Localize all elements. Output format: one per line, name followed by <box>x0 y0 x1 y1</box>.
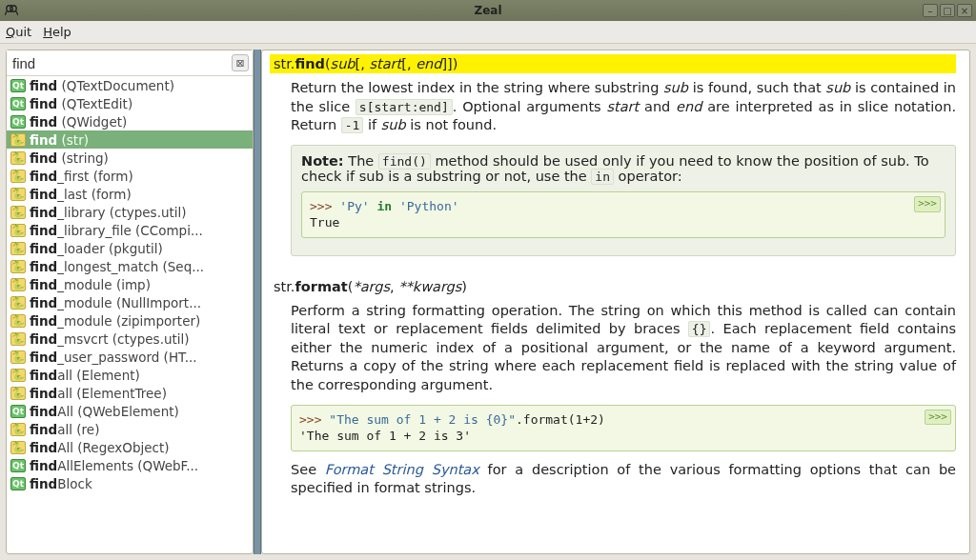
result-label: find_msvcrt (ctypes.util) <box>30 331 190 347</box>
result-item[interactable]: 🐍find_module (zipimporter) <box>7 311 253 330</box>
result-item[interactable]: 🐍findall (ElementTree) <box>7 384 253 402</box>
code-neg1: -1 <box>341 117 364 133</box>
result-item[interactable]: 🐍find_module (NullImport... <box>7 293 253 311</box>
collapse-chevron[interactable]: >>> <box>914 196 941 212</box>
result-label: find_module (zipimporter) <box>30 313 200 329</box>
result-item[interactable]: 🐍find_last (form) <box>7 185 253 203</box>
code-slice: s[start:end] <box>356 99 453 115</box>
result-item[interactable]: 🐍findall (Element) <box>7 366 253 384</box>
python-icon: 🐍 <box>10 369 26 382</box>
result-label: find_module (NullImport... <box>30 295 201 310</box>
result-label: find (str) <box>30 132 89 148</box>
result-item[interactable]: 🐍find_msvcrt (ctypes.util) <box>7 330 253 348</box>
code-example-2: >>>>>> "The sum of 1 + 2 is {0}".format(… <box>291 405 956 451</box>
result-label: find (QWidget) <box>30 114 127 130</box>
result-item[interactable]: 🐍find_library (ctypes.util) <box>7 203 253 221</box>
result-item[interactable]: Qtfind (QTextDocument) <box>7 76 253 94</box>
qt-icon: Qt <box>10 405 26 418</box>
python-icon: 🐍 <box>10 206 26 219</box>
code-example-1: >>>>>> 'Py' in 'Python' True <box>301 191 946 238</box>
doc-scroll[interactable]: str.find(sub[, start[, end]]) Return the… <box>262 50 969 553</box>
app-body: ⊠ Qtfind (QTextDocument)Qtfind (QTextEdi… <box>0 44 976 560</box>
result-label: find_first (form) <box>30 169 133 184</box>
close-button[interactable]: × <box>957 4 972 17</box>
python-icon: 🐍 <box>10 278 26 291</box>
maximize-button[interactable]: □ <box>940 4 955 17</box>
result-item[interactable]: 🐍find_first (form) <box>7 167 253 185</box>
result-item[interactable]: 🐍find_loader (pkgutil) <box>7 239 253 257</box>
result-label: findBlock <box>30 476 92 491</box>
signature-find: str.find(sub[, start[, end]]) <box>270 54 956 73</box>
app-icon <box>4 3 19 18</box>
result-label: find (string) <box>30 150 109 166</box>
result-item[interactable]: 🐍findAll (RegexObject) <box>7 438 253 456</box>
doc-panel: str.find(sub[, start[, end]]) Return the… <box>261 50 970 554</box>
see-also: See Format String Syntax for a descripti… <box>291 461 956 498</box>
result-label: find_library_file (CCompi... <box>30 223 203 238</box>
python-icon: 🐍 <box>10 170 26 183</box>
splitter[interactable] <box>254 50 261 554</box>
result-item[interactable]: Qtfind (QWidget) <box>7 112 253 130</box>
result-label: findAll (QWebElement) <box>30 404 179 419</box>
result-item[interactable]: QtfindAll (QWebElement) <box>7 402 253 420</box>
result-item[interactable]: 🐍find (str) <box>7 130 253 149</box>
qt-icon: Qt <box>10 97 26 110</box>
svg-point-1 <box>10 6 16 11</box>
search-input[interactable] <box>7 50 253 75</box>
note-box: Note: The find() method should be used o… <box>291 145 956 256</box>
python-icon: 🐍 <box>10 242 26 255</box>
result-label: findall (ElementTree) <box>30 386 167 401</box>
python-icon: 🐍 <box>10 296 26 310</box>
window-controls: – □ × <box>923 4 972 17</box>
menu-help[interactable]: Help <box>43 25 71 39</box>
result-label: find_loader (pkgutil) <box>30 241 163 256</box>
app-window: Zeal – □ × Quit Help ⊠ Qtfind (QTextDocu… <box>0 0 976 560</box>
result-label: findAll (RegexObject) <box>30 440 170 455</box>
python-icon: 🐍 <box>10 224 26 237</box>
titlebar[interactable]: Zeal – □ × <box>0 0 976 21</box>
search-wrap: ⊠ <box>7 50 253 76</box>
code-in: in <box>591 169 614 185</box>
clear-search-icon[interactable]: ⊠ <box>232 54 249 71</box>
desc-format: Perform a string formatting operation. T… <box>291 302 956 395</box>
code-braces: {} <box>688 321 711 337</box>
result-item[interactable]: QtfindAllElements (QWebF... <box>7 456 253 474</box>
python-icon: 🐍 <box>10 188 26 201</box>
result-label: findall (re) <box>30 422 99 437</box>
python-icon: 🐍 <box>10 332 26 346</box>
result-label: findAllElements (QWebF... <box>30 458 198 473</box>
result-label: find_user_password (HT... <box>30 350 197 365</box>
results-list: Qtfind (QTextDocument)Qtfind (QTextEdit)… <box>7 76 253 553</box>
minimize-button[interactable]: – <box>923 4 938 17</box>
result-item[interactable]: 🐍findall (re) <box>7 420 253 438</box>
result-label: find (QTextEdit) <box>30 96 132 111</box>
result-item[interactable]: 🐍find (string) <box>7 149 253 167</box>
result-label: findall (Element) <box>30 368 140 383</box>
menubar: Quit Help <box>0 21 976 44</box>
format-syntax-link[interactable]: Format String Syntax <box>325 462 479 477</box>
signature-format: str.format(*args, **kwargs) <box>270 277 956 296</box>
python-icon: 🐍 <box>10 350 26 364</box>
python-icon: 🐍 <box>10 387 26 400</box>
python-icon: 🐍 <box>10 441 26 454</box>
code-findcall: find() <box>378 153 431 170</box>
result-item[interactable]: 🐍find_module (imp) <box>7 275 253 293</box>
result-item[interactable]: Qtfind (QTextEdit) <box>7 94 253 112</box>
result-label: find_last (form) <box>30 187 132 202</box>
result-item[interactable]: 🐍find_library_file (CCompi... <box>7 221 253 239</box>
python-icon: 🐍 <box>10 314 26 328</box>
result-item[interactable]: QtfindBlock <box>7 474 253 492</box>
window-title: Zeal <box>0 4 976 17</box>
menu-quit[interactable]: Quit <box>6 25 31 39</box>
collapse-chevron[interactable]: >>> <box>925 410 951 426</box>
qt-icon: Qt <box>10 115 26 129</box>
svg-line-3 <box>16 11 18 15</box>
python-icon: 🐍 <box>10 260 26 273</box>
qt-icon: Qt <box>10 79 26 92</box>
result-item[interactable]: 🐍find_longest_match (Seq... <box>7 257 253 275</box>
qt-icon: Qt <box>10 477 26 490</box>
python-icon: 🐍 <box>10 423 26 436</box>
result-label: find_longest_match (Seq... <box>30 259 204 274</box>
result-label: find_module (imp) <box>30 277 151 292</box>
result-item[interactable]: 🐍find_user_password (HT... <box>7 348 253 366</box>
